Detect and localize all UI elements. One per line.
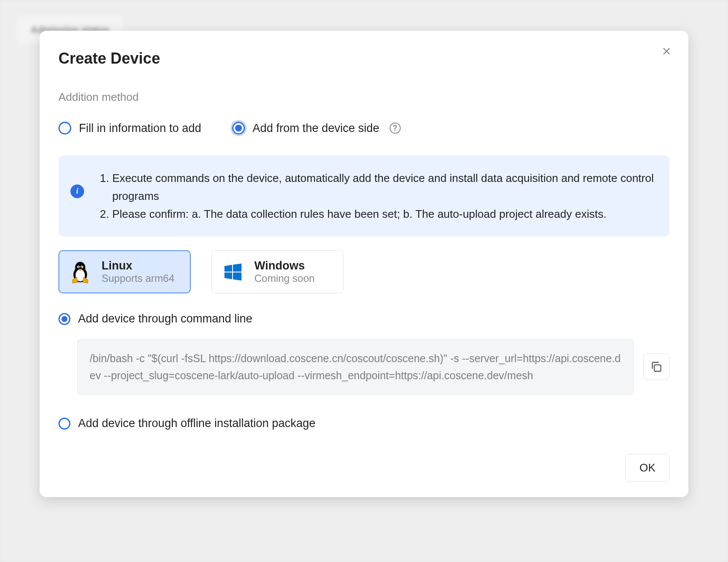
os-cards: Linux Supports arm64 Windows Coming soon [58, 250, 670, 293]
addition-method-radios: Fill in information to add Add from the … [58, 122, 670, 135]
svg-point-7 [78, 266, 79, 268]
os-subtitle: Coming soon [254, 272, 314, 284]
os-title: Linux [102, 259, 175, 272]
addition-method-label: Addition method [58, 91, 670, 104]
radio-device-side[interactable]: Add from the device side ? [232, 122, 401, 135]
radio-method-cmd[interactable]: Add device through command line [58, 312, 670, 325]
copy-button[interactable] [643, 354, 670, 380]
copy-icon [650, 361, 662, 373]
help-icon[interactable]: ? [390, 123, 401, 134]
os-card-windows[interactable]: Windows Coming soon [211, 250, 344, 293]
info-item-1: Execute commands on the device, automati… [112, 169, 654, 205]
os-subtitle: Supports arm64 [102, 272, 175, 284]
create-device-modal: Create Device Addition method Fill in in… [40, 31, 688, 497]
info-icon: i [70, 184, 84, 198]
info-banner: i Execute commands on the device, automa… [58, 155, 670, 237]
radio-label: Fill in information to add [79, 122, 201, 135]
modal-overlay: Create Device Addition method Fill in in… [0, 0, 728, 562]
radio-label: Add from the device side [253, 122, 379, 135]
close-icon [662, 47, 671, 56]
info-item-2: Please confirm: a. The data collection r… [112, 205, 654, 223]
modal-title: Create Device [58, 50, 670, 67]
svg-rect-9 [654, 365, 661, 371]
radio-icon [232, 122, 245, 135]
linux-icon [69, 261, 91, 283]
radio-icon [58, 313, 70, 325]
radio-method-offline[interactable]: Add device through offline installation … [58, 417, 670, 430]
command-text[interactable]: /bin/bash -c "$(curl -fsSL https://downl… [77, 339, 634, 395]
os-card-linux[interactable]: Linux Supports arm64 [58, 250, 191, 293]
command-row: /bin/bash -c "$(curl -fsSL https://downl… [58, 339, 670, 395]
windows-icon [222, 261, 244, 283]
close-button[interactable] [660, 44, 673, 60]
info-list: Execute commands on the device, automati… [96, 169, 654, 223]
os-title: Windows [254, 259, 314, 272]
modal-footer: OK [58, 454, 670, 482]
ok-button[interactable]: OK [625, 454, 670, 482]
radio-label: Add device through command line [78, 312, 252, 325]
radio-icon [58, 122, 71, 135]
svg-point-8 [81, 266, 82, 268]
radio-icon [58, 418, 70, 430]
radio-fill-info[interactable]: Fill in information to add [58, 122, 201, 135]
radio-label: Add device through offline installation … [78, 417, 315, 430]
